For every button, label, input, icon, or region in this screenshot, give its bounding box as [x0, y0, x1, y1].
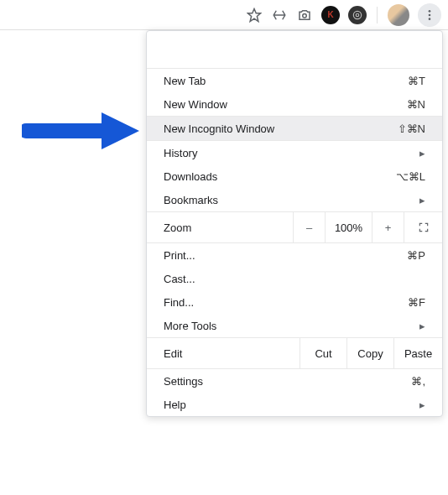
- chevron-right-icon: ▸: [419, 147, 425, 159]
- svg-point-1: [303, 13, 307, 18]
- extension-k-icon[interactable]: K: [321, 6, 340, 24]
- recycle-icon[interactable]: [271, 7, 288, 23]
- menu-item-shortcut: ⌘T: [408, 75, 425, 87]
- menu-item-shortcut: ⌘,: [411, 375, 425, 388]
- menu-edit: Edit Cut Copy Paste: [147, 338, 442, 368]
- menu-cast[interactable]: Cast...: [147, 267, 442, 290]
- chevron-right-icon: ▸: [419, 320, 425, 332]
- svg-point-5: [429, 13, 431, 16]
- menu-item-label: New Incognito Window: [164, 122, 398, 135]
- menu-new-window[interactable]: New Window ⌘N: [147, 92, 442, 116]
- menu-item-label: Find...: [164, 296, 408, 309]
- fullscreen-button[interactable]: [404, 212, 442, 242]
- edit-label: Edit: [147, 338, 300, 368]
- chrome-menu: New Tab ⌘T New Window ⌘N New Incognito W…: [146, 30, 443, 417]
- menu-item-label: New Window: [164, 98, 407, 111]
- menu-item-label: New Tab: [164, 75, 408, 87]
- menu-new-tab[interactable]: New Tab ⌘T: [147, 69, 442, 92]
- menu-item-shortcut: ⌘N: [407, 98, 425, 111]
- menu-find[interactable]: Find... ⌘F: [147, 290, 442, 314]
- chevron-right-icon: ▸: [419, 194, 425, 206]
- zoom-label: Zoom: [147, 212, 293, 242]
- menu-history[interactable]: History ▸: [147, 141, 442, 164]
- svg-marker-0: [248, 8, 261, 21]
- more-menu-button[interactable]: [418, 3, 441, 27]
- menu-settings[interactable]: Settings ⌘,: [147, 369, 442, 393]
- chevron-right-icon: ▸: [419, 399, 425, 411]
- avatar[interactable]: [388, 4, 409, 26]
- menu-downloads[interactable]: Downloads ⌥⌘L: [147, 164, 442, 188]
- paste-button[interactable]: Paste: [393, 338, 442, 368]
- browser-toolbar: K: [0, 0, 448, 30]
- menu-item-shortcut: ⇧⌘N: [398, 122, 425, 135]
- menu-item-label: Bookmarks: [164, 194, 419, 206]
- menu-item-label: Downloads: [164, 170, 396, 183]
- svg-point-2: [353, 11, 361, 18]
- menu-item-label: More Tools: [164, 320, 419, 332]
- star-icon[interactable]: [246, 7, 263, 23]
- menu-item-shortcut: ⌘F: [408, 296, 425, 309]
- toolbar-separator: [377, 7, 378, 23]
- menu-bookmarks[interactable]: Bookmarks ▸: [147, 188, 442, 211]
- zoom-value: 100%: [325, 212, 372, 242]
- pointer-arrow: [22, 106, 148, 156]
- zoom-in-button[interactable]: +: [372, 212, 404, 242]
- menu-item-label: Settings: [164, 375, 411, 388]
- camera-icon[interactable]: [296, 7, 313, 23]
- menu-print[interactable]: Print... ⌘P: [147, 243, 442, 267]
- cut-button[interactable]: Cut: [300, 338, 346, 368]
- svg-point-3: [356, 13, 359, 17]
- svg-point-6: [429, 18, 431, 20]
- menu-help[interactable]: Help ▸: [147, 393, 442, 416]
- copy-button[interactable]: Copy: [346, 338, 393, 368]
- menu-zoom: Zoom – 100% +: [147, 212, 442, 242]
- menu-item-shortcut: ⌥⌘L: [396, 170, 425, 183]
- zoom-out-button[interactable]: –: [293, 212, 325, 242]
- menu-item-shortcut: ⌘P: [407, 249, 425, 262]
- extension-swirl-icon[interactable]: [348, 6, 367, 24]
- menu-item-label: Help: [164, 399, 419, 411]
- menu-incognito[interactable]: New Incognito Window ⇧⌘N: [147, 117, 442, 140]
- svg-point-4: [429, 10, 431, 13]
- menu-more-tools[interactable]: More Tools ▸: [147, 314, 442, 337]
- menu-item-label: Print...: [164, 249, 407, 262]
- menu-item-label: Cast...: [164, 273, 425, 285]
- menu-item-label: History: [164, 147, 419, 159]
